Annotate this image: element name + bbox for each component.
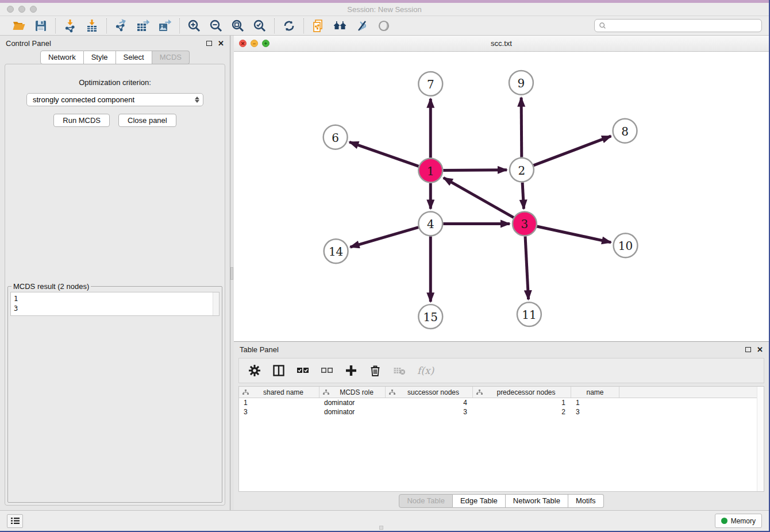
graph-node-6[interactable]: 6 <box>324 125 348 149</box>
graph-node-7[interactable]: 7 <box>418 72 442 96</box>
refresh-view-icon[interactable] <box>280 18 298 34</box>
result-scrollbar[interactable] <box>213 292 219 315</box>
graph-edge-4-14[interactable] <box>351 228 419 248</box>
export-table-icon[interactable] <box>134 18 152 34</box>
graph-node-9[interactable]: 9 <box>509 71 533 95</box>
tab-select[interactable]: Select <box>116 51 152 64</box>
delete-columns-trash-icon[interactable] <box>369 364 382 377</box>
select-all-rows-icon[interactable] <box>297 364 309 377</box>
graph-edge-2-8[interactable] <box>533 136 611 165</box>
table-row[interactable]: 3dominator323 <box>239 407 764 417</box>
graph-node-14[interactable]: 14 <box>324 239 348 263</box>
tab-motifs[interactable]: Motifs <box>568 494 604 508</box>
network-maximize-button[interactable]: + <box>262 40 270 47</box>
tab-style[interactable]: Style <box>84 51 116 64</box>
svg-text:1: 1 <box>427 164 434 178</box>
zoom-out-icon[interactable] <box>207 18 225 34</box>
network-window-titlebar[interactable]: ✕ − + scc.txt <box>234 36 769 52</box>
zoom-selected-icon[interactable] <box>251 18 268 34</box>
import-table-icon[interactable] <box>83 18 101 34</box>
network-close-button[interactable]: ✕ <box>239 40 247 47</box>
add-column-icon[interactable] <box>345 364 357 377</box>
mcds-result-list[interactable]: 13 <box>10 292 220 316</box>
import-network-icon[interactable] <box>61 18 79 34</box>
close-table-panel-icon[interactable]: ✕ <box>757 346 763 353</box>
column-header-MCDS-role[interactable]: MCDS role <box>319 387 386 398</box>
graph-node-8[interactable]: 8 <box>613 119 637 143</box>
graph-edge-1-6[interactable] <box>349 142 418 166</box>
graph-node-10[interactable]: 10 <box>614 233 638 257</box>
graph-node-4[interactable]: 4 <box>418 211 442 236</box>
network-canvas[interactable]: 7968124314101511 <box>234 52 769 341</box>
close-window-button[interactable] <box>7 6 14 13</box>
open-session-icon[interactable] <box>10 18 28 34</box>
table-panel-title: Table Panel <box>240 345 279 354</box>
function-builder-icon[interactable]: f(x) <box>417 365 434 376</box>
task-history-button[interactable] <box>7 514 23 528</box>
graph-edge-2-3[interactable] <box>522 183 523 209</box>
clone-network-icon[interactable] <box>310 18 327 34</box>
graph-edge-3-11[interactable] <box>525 236 529 299</box>
show-columns-icon[interactable] <box>272 364 285 377</box>
search-input[interactable] <box>609 22 757 30</box>
close-panel-icon[interactable]: ✕ <box>218 40 224 47</box>
column-header-predecessor-nodes[interactable]: predecessor nodes <box>473 387 571 398</box>
table-row[interactable]: 1dominator411 <box>239 398 764 407</box>
column-header-successor-nodes[interactable]: successor nodes <box>386 387 473 398</box>
delete-table-icon[interactable] <box>393 364 406 377</box>
table-body: 1dominator4113dominator323 <box>239 398 764 417</box>
tab-network[interactable]: Network <box>40 51 84 64</box>
network-window: ✕ − + scc.txt 7968124314101511 <box>234 36 769 342</box>
graph-edge-3-10[interactable] <box>537 226 611 242</box>
tab-mcds[interactable]: MCDS <box>152 51 190 64</box>
show-all-icon[interactable] <box>375 18 392 34</box>
table-tabs-bar: Node TableEdge TableNetwork TableMotifs <box>234 492 769 510</box>
table-scrollbar[interactable] <box>757 387 764 491</box>
deselect-all-rows-icon[interactable] <box>321 364 333 377</box>
memory-button[interactable]: Memory <box>715 514 762 528</box>
mcds-result-group: MCDS result (2 nodes) 13 <box>7 282 222 503</box>
graph-edge-3-1[interactable] <box>444 178 514 217</box>
network-minimize-button[interactable]: − <box>251 40 258 47</box>
column-header-shared-name[interactable]: shared name <box>239 387 319 398</box>
float-panel-icon[interactable] <box>206 41 212 46</box>
graph-edge-1-2[interactable] <box>443 170 507 171</box>
graph-node-2[interactable]: 2 <box>510 158 534 182</box>
zoom-in-icon[interactable] <box>186 18 203 34</box>
export-image-icon[interactable] <box>156 18 174 34</box>
save-session-icon[interactable] <box>32 18 49 34</box>
graph-node-11[interactable]: 11 <box>517 302 541 326</box>
zoom-fit-icon[interactable] <box>229 18 247 34</box>
svg-text:2: 2 <box>518 164 526 178</box>
tab-network-table[interactable]: Network Table <box>506 494 568 508</box>
zoom-window-button[interactable] <box>30 6 37 13</box>
close-panel-button[interactable]: Close panel <box>118 114 176 127</box>
export-network-icon[interactable] <box>113 18 130 34</box>
first-neighbors-icon[interactable] <box>332 18 349 34</box>
column-tree-icon <box>323 390 329 395</box>
optimization-criterion-select[interactable]: strongly connected component <box>26 93 203 106</box>
panel-splitter[interactable] <box>230 36 234 510</box>
run-mcds-button[interactable]: Run MCDS <box>53 114 110 127</box>
search-field-container <box>594 19 762 32</box>
hide-selected-icon[interactable] <box>353 18 371 34</box>
memory-label: Memory <box>731 517 756 525</box>
settings-gear-icon[interactable] <box>248 364 261 377</box>
splitter-grip-icon[interactable] <box>230 267 233 280</box>
graph-node-15[interactable]: 15 <box>418 304 442 329</box>
table-cell: 1 <box>571 399 619 407</box>
minimize-window-button[interactable] <box>18 6 25 13</box>
column-header-name[interactable]: name <box>571 387 619 398</box>
tab-node-table[interactable]: Node Table <box>399 494 453 508</box>
graph-edge-2-9[interactable] <box>521 98 522 157</box>
tab-edge-table[interactable]: Edge Table <box>453 494 506 508</box>
workspace-column: ✕ − + scc.txt 7968124314101511 Table Pan… <box>234 36 769 510</box>
table-toolbar: f(x) <box>238 358 764 383</box>
table-panel: Table Panel ✕ <box>234 342 769 510</box>
float-table-panel-icon[interactable] <box>745 347 751 352</box>
node-table: shared nameMCDS rolesuccessor nodesprede… <box>238 386 764 492</box>
canvas-resize-handle[interactable] <box>379 526 383 530</box>
graph-node-3[interactable]: 3 <box>513 211 537 236</box>
search-icon <box>599 22 606 29</box>
graph-node-1[interactable]: 1 <box>418 159 442 183</box>
